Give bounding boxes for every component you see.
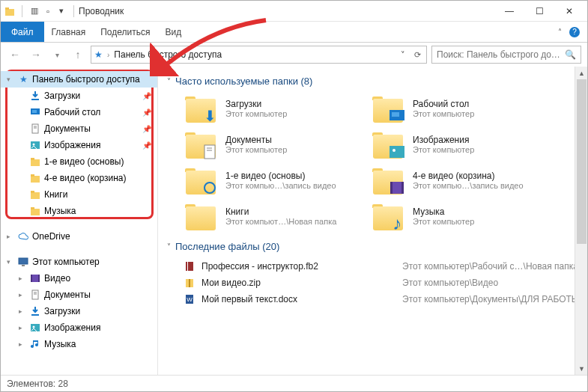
folder-location: Этот компьютер <box>413 217 474 226</box>
close-button[interactable]: ✕ <box>554 1 584 22</box>
ribbon-file-tab[interactable]: Файл <box>1 22 44 42</box>
tree-item-download[interactable]: Загрузки📌 <box>1 88 157 104</box>
qat-dropdown-icon[interactable]: ▾ <box>55 5 67 17</box>
scroll-thumb[interactable] <box>577 79 587 244</box>
ribbon-tab-view[interactable]: Вид <box>157 22 189 42</box>
ribbon-tab-home[interactable]: Главная <box>44 22 94 42</box>
music-icon <box>29 338 41 350</box>
ribbon-tab-share[interactable]: Поделиться <box>93 22 157 42</box>
window-title: Проводник <box>79 6 494 16</box>
folder-tile[interactable]: ДокументыЭтот компьютер <box>184 129 356 160</box>
desktop-overlay-icon <box>389 108 405 124</box>
tree-quickaccess[interactable]: ▾★Панель быстрого доступа <box>1 71 157 88</box>
music-overlay-icon: ♪ <box>389 215 405 232</box>
recent-locations-button[interactable]: ▾ <box>49 46 65 63</box>
up-button[interactable]: ↑ <box>70 46 86 63</box>
qat-new-folder-icon[interactable]: ▫ <box>42 5 54 17</box>
zip-icon <box>184 277 196 289</box>
folder-tile[interactable]: 1-е видео (основы)Этот компью…\запись ви… <box>184 165 356 196</box>
navigation-tree[interactable]: ▾★Панель быстрого доступаЗагрузки📌Рабочи… <box>1 67 158 375</box>
recent-file-name: Мои видео.zip <box>201 278 396 288</box>
pin-icon: 📌 <box>142 141 151 150</box>
tree-pcitem-label: Изображения <box>44 322 154 333</box>
scroll-up-icon[interactable]: ▲ <box>575 67 587 79</box>
tree-item-label: Книги <box>44 189 154 200</box>
folder-location: Этот компьютер <box>225 145 287 154</box>
folder-icon <box>184 200 218 232</box>
ribbon-collapse-icon[interactable]: ˄ <box>558 28 562 36</box>
folder-tile[interactable]: 4-е видео (корзина)Этот компью…\запись в… <box>371 165 543 196</box>
breadcrumb[interactable]: Панель быстрого доступа <box>114 49 394 60</box>
svg-rect-15 <box>31 191 34 193</box>
recent-file-path: Этот компьютер\Видео <box>402 278 580 288</box>
tree-pcitem-documents[interactable]: ▸Документы <box>1 287 157 303</box>
navigation-row: ← → ▾ ↑ ★ › Панель быстрого доступа ˅ ⟳ … <box>1 43 587 67</box>
folder-location: Этот компью…\запись видео <box>413 181 524 190</box>
pin-icon: 📌 <box>142 92 151 100</box>
folder-tile[interactable]: ИзображенияЭтот компьютер <box>371 129 543 160</box>
help-icon[interactable]: ? <box>569 27 580 37</box>
svg-rect-13 <box>31 174 34 177</box>
tree-pcitem-music[interactable]: ▸Музыка <box>1 336 157 352</box>
address-bar[interactable]: ★ › Панель быстрого доступа ˅ ⟳ <box>91 46 427 64</box>
section-frequent[interactable]: ˅Часто используемые папки (8) <box>167 76 580 87</box>
tree-thispc[interactable]: ▾Этот компьютер <box>1 254 157 270</box>
svg-rect-39 <box>401 182 404 194</box>
folder-icon <box>371 165 405 196</box>
recent-file-row[interactable]: Мои видео.zipЭтот компьютер\Видео <box>184 275 580 291</box>
svg-rect-0 <box>5 9 14 16</box>
file-explorer-window: ▥ ▫ ▾ Проводник — ☐ ✕ Файл Главная Подел… <box>0 0 588 392</box>
tree-onedrive-label: OneDrive <box>32 231 154 242</box>
folder-icon: ⬇ <box>184 93 218 124</box>
svg-rect-41 <box>187 262 188 271</box>
section-recent[interactable]: ˅Последние файлы (20) <box>167 241 580 252</box>
recent-file-row[interactable]: WМой первый текст.docxЭтот компьютер\Док… <box>184 291 580 307</box>
scroll-down-icon[interactable]: ▼ <box>575 362 587 375</box>
status-item-count: Элементов: 28 <box>7 379 68 389</box>
tree-pcitem-images[interactable]: ▸Изображения <box>1 319 157 336</box>
back-button[interactable]: ← <box>7 46 23 63</box>
content-pane: ˅Часто используемые папки (8)⬇ЗагрузкиЭт… <box>158 67 587 375</box>
search-icon[interactable]: 🔍 <box>565 49 576 60</box>
folder-location: Этот компьют…\Новая папка <box>225 217 336 226</box>
images-overlay-icon <box>389 144 405 160</box>
qat-properties-icon[interactable]: ▥ <box>28 5 40 17</box>
folder-location: Этот компьютер <box>413 109 474 118</box>
search-input[interactable] <box>437 49 560 60</box>
tree-item-folder[interactable]: Книги <box>1 186 157 203</box>
svg-rect-31 <box>204 145 215 159</box>
tree-item-folder[interactable]: Музыка <box>1 203 157 219</box>
svg-rect-12 <box>31 176 40 183</box>
folder-icon <box>29 156 41 168</box>
folder-name: Рабочий стол <box>413 99 474 109</box>
folder-tile[interactable]: КнигиЭтот компьют…\Новая папка <box>184 200 356 232</box>
tree-item-folder[interactable]: 1-е видео (основы) <box>1 153 157 170</box>
svg-rect-19 <box>22 265 25 266</box>
refresh-icon[interactable]: ⟳ <box>412 50 423 60</box>
tree-item-documents[interactable]: Документы📌 <box>1 120 157 137</box>
address-dropdown-icon[interactable]: ˅ <box>398 50 407 60</box>
tree-pcitem-video[interactable]: ▸Видео <box>1 270 157 287</box>
folder-name: 4-е видео (корзина) <box>413 171 524 181</box>
folder-tile[interactable]: Рабочий столЭтот компьютер <box>371 93 543 124</box>
tree-item-folder[interactable]: 4-е видео (корзина) <box>1 170 157 186</box>
folder-tile[interactable]: ⬇ЗагрузкиЭтот компьютер <box>184 93 356 124</box>
svg-rect-40 <box>186 262 193 271</box>
tree-pcitem-label: Загрузки <box>44 306 154 316</box>
maximize-button[interactable]: ☐ <box>524 1 554 22</box>
recent-file-name: Профессия - инструктор.fb2 <box>201 261 396 272</box>
folder-tile[interactable]: ♪МузыкаЭтот компьютер <box>371 200 543 232</box>
vertical-scrollbar[interactable]: ▲ ▼ <box>575 67 587 375</box>
forward-button[interactable]: → <box>28 46 44 63</box>
folder-icon <box>371 93 405 124</box>
tree-pcitem-download[interactable]: ▸Загрузки <box>1 303 157 319</box>
minimize-button[interactable]: — <box>494 1 524 22</box>
recent-file-row[interactable]: Профессия - инструктор.fb2Этот компьютер… <box>184 258 580 275</box>
tree-item-desktop[interactable]: Рабочий стол📌 <box>1 104 157 120</box>
search-box[interactable]: 🔍 <box>431 46 581 64</box>
svg-rect-21 <box>31 275 32 282</box>
svg-point-9 <box>33 144 35 146</box>
tree-quickaccess-label: Панель быстрого доступа <box>32 74 154 85</box>
tree-onedrive[interactable]: ▸OneDrive <box>1 228 157 245</box>
tree-item-images[interactable]: Изображения📌 <box>1 137 157 153</box>
